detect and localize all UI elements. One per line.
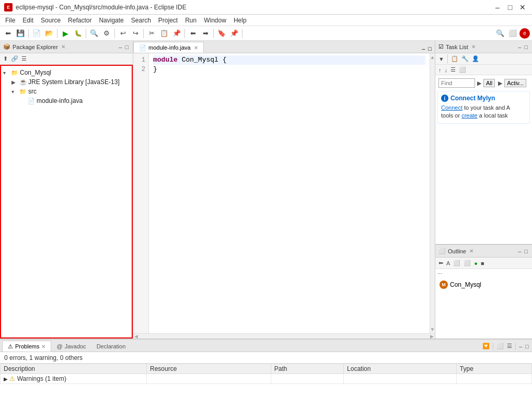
toolbar-save[interactable]: 💾 <box>15 28 26 39</box>
bottom-tab-bar: ⚠ Problems ✕ @ Javadoc Declaration 🔽 ⬜ ☰… <box>0 340 532 352</box>
menu-search[interactable]: Search <box>128 16 154 25</box>
outline-tb-btn5[interactable]: ● <box>473 260 479 267</box>
toolbar-pin[interactable]: 📌 <box>228 28 240 39</box>
connect-mylyn-title: i Connect Mylyn <box>441 95 526 102</box>
menu-source[interactable]: Source <box>38 16 64 25</box>
editor-minimize-btn[interactable]: – <box>421 44 426 53</box>
toolbar-find[interactable]: 🔍 <box>494 28 506 39</box>
package-explorer-title: Package Explorer <box>13 44 58 50</box>
toolbar-debug[interactable]: 🐛 <box>72 28 84 39</box>
outline-tb-btn6[interactable]: ■ <box>480 260 485 267</box>
menu-edit[interactable]: Edit <box>19 16 37 25</box>
tab-problems[interactable]: ⚠ Problems ✕ <box>2 341 51 352</box>
hscroll-left[interactable]: ◀ <box>134 334 138 339</box>
scroll-up-btn[interactable]: ▲ <box>430 54 435 60</box>
toolbar-settings[interactable]: ⚙ <box>101 28 112 39</box>
toolbar-eclipse-icon[interactable]: e <box>519 28 530 39</box>
task-tb-btn3[interactable]: 🔧 <box>460 55 470 63</box>
bottom-tb-btn2[interactable]: ☰ <box>506 342 513 351</box>
task-tb-btn4[interactable]: 👤 <box>471 55 480 63</box>
toolbar-cut[interactable]: ✂ <box>146 28 157 39</box>
toolbar-prev[interactable]: ⬅ <box>187 28 199 39</box>
src-label: src <box>28 88 37 95</box>
tree-view-btn[interactable]: ☰ <box>20 55 28 63</box>
bottom-maximize[interactable]: □ <box>524 342 530 351</box>
package-explorer-maximize[interactable]: □ <box>124 43 130 51</box>
task-tb2-btn4[interactable]: ⬜ <box>458 66 467 74</box>
outline-tb-btn4[interactable]: ⬜ <box>462 259 472 267</box>
toolbar-open[interactable]: 📂 <box>43 28 55 39</box>
outline-tb-btn3[interactable]: ⬜ <box>452 259 461 267</box>
task-list-maximize[interactable]: □ <box>523 43 529 51</box>
expand-warnings-btn[interactable]: ▶ <box>4 376 8 382</box>
minimize-button[interactable]: – <box>492 3 503 12</box>
outline-tb-btn2[interactable]: A <box>445 260 451 267</box>
package-tree: ▾ 📁 Con_Mysql ▶ ☕ JRE System Library [Ja… <box>0 65 133 338</box>
keyword-module: module <box>153 55 178 65</box>
all-button[interactable]: All <box>483 79 495 87</box>
toolbar-back[interactable]: ⬅ <box>2 28 14 39</box>
menu-navigate[interactable]: Navigate <box>96 16 126 25</box>
task-list-minimize[interactable]: – <box>517 43 522 51</box>
code-area[interactable]: module Con_Mysql { } <box>149 53 430 333</box>
editor-hscrollbar[interactable]: ◀ ▶ <box>133 333 435 338</box>
link-editor-btn[interactable]: 🔗 <box>10 55 19 63</box>
task-list-header: ☑ Task List ✕ – □ <box>435 41 532 53</box>
active-button[interactable]: Activ... <box>504 79 526 87</box>
create-link[interactable]: create <box>461 112 478 119</box>
collapse-all-btn[interactable]: ⬆ <box>2 55 9 63</box>
javadoc-tab-label: Javadoc <box>65 343 86 349</box>
task-tb-btn1[interactable]: ▼ <box>437 55 445 63</box>
tree-item-project[interactable]: ▾ 📁 Con_Mysql <box>1 68 132 77</box>
outline-maximize[interactable]: □ <box>523 248 529 255</box>
tab-javadoc[interactable]: @ Javadoc <box>51 341 91 352</box>
toolbar-new[interactable]: 📄 <box>31 28 42 39</box>
editor-maximize-btn[interactable]: □ <box>427 44 433 53</box>
find-input[interactable] <box>438 78 475 88</box>
menu-refactor[interactable]: Refactor <box>65 16 95 25</box>
toolbar-undo[interactable]: ↩ <box>117 28 129 39</box>
task-tb-btn2[interactable]: 📋 <box>450 55 459 63</box>
outline-item-con-mysql[interactable]: M Con_Mysql <box>437 279 530 290</box>
title-bar: E eclipse-mysql - Con_Mysql/src/module-i… <box>0 0 532 15</box>
task-toolbar: ▼ 📋 🔧 👤 <box>435 53 532 65</box>
table-row-warnings[interactable]: ▶ ⚠ Warnings (1 item) <box>1 374 532 384</box>
toolbar-copy[interactable]: 📋 <box>158 28 170 39</box>
toolbar-redo[interactable]: ↪ <box>130 28 141 39</box>
outline-minimize[interactable]: – <box>517 248 522 255</box>
outline-tb-btn1[interactable]: ⬅ <box>437 259 444 267</box>
window-title: eclipse-mysql - Con_Mysql/src/module-inf… <box>16 4 489 11</box>
task-tb2-btn2[interactable]: ↓ <box>444 66 449 74</box>
maximize-button[interactable]: □ <box>505 3 515 12</box>
close-button[interactable]: ✕ <box>517 3 528 12</box>
connect-link[interactable]: Connect <box>441 104 462 111</box>
menu-file[interactable]: File <box>2 16 18 25</box>
bottom-minimize[interactable]: – <box>518 342 523 351</box>
editor-tab-module-info[interactable]: 📄 module-info.java ✕ <box>133 42 204 53</box>
hscroll-right[interactable]: ▶ <box>430 334 434 339</box>
menu-run[interactable]: Run <box>182 16 200 25</box>
tree-item-src[interactable]: ▾ 📁 src <box>1 87 132 96</box>
bottom-filter-icon[interactable]: 🔽 <box>481 342 491 351</box>
task-tb2-btn1[interactable]: ↑ <box>437 66 443 74</box>
scroll-down-btn[interactable]: ▼ <box>430 326 435 332</box>
toolbar-next[interactable]: ➡ <box>200 28 211 39</box>
menu-project[interactable]: Project <box>155 16 181 25</box>
tree-item-file[interactable]: ▶ 📄 module-info.java <box>1 96 132 106</box>
menu-window[interactable]: Window <box>201 16 229 25</box>
toolbar-bookmarks[interactable]: 🔖 <box>216 28 227 39</box>
warning-icon: ⚠ <box>9 375 15 382</box>
toolbar-perspective[interactable]: ⬜ <box>507 28 518 39</box>
menu-help[interactable]: Help <box>230 16 250 25</box>
bottom-tb-btn1[interactable]: ⬜ <box>495 342 505 351</box>
tab-declaration[interactable]: Declaration <box>91 341 131 352</box>
outline-title: Outline <box>448 248 466 254</box>
toolbar-paste[interactable]: 📌 <box>171 28 182 39</box>
toolbar-run[interactable]: ▶ <box>60 28 71 39</box>
task-tb2-btn3[interactable]: ☰ <box>449 66 457 74</box>
editor-scrollbar[interactable]: ▲ ▼ <box>430 53 435 333</box>
tree-item-jre[interactable]: ▶ ☕ JRE System Library [JavaSE-13] <box>1 77 132 87</box>
toolbar-search[interactable]: 🔍 <box>88 28 100 39</box>
package-explorer-close-x: ✕ <box>61 44 65 50</box>
package-explorer-minimize[interactable]: – <box>118 43 123 51</box>
